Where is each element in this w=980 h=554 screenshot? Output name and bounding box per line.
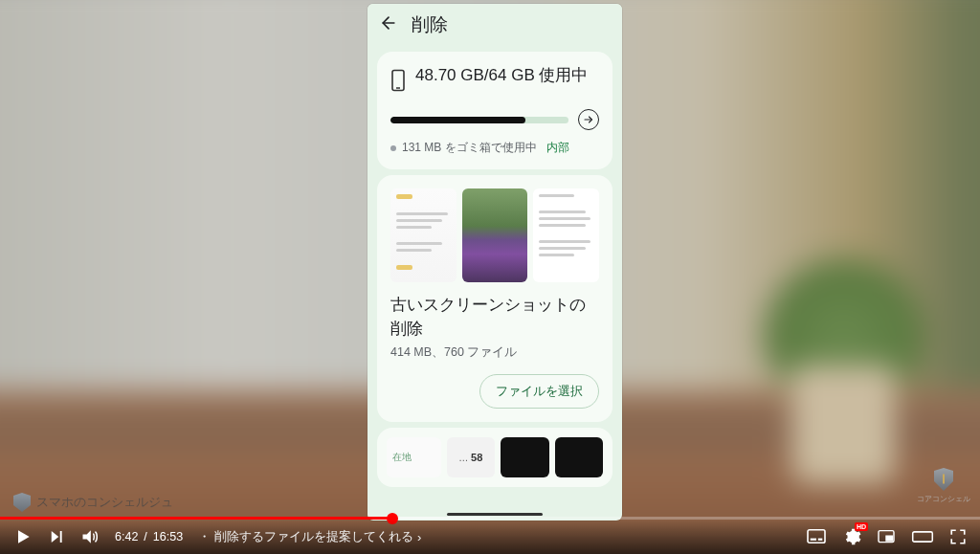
fullscreen-button[interactable]: [949, 528, 967, 545]
next-button[interactable]: [48, 528, 65, 545]
chevron-right-icon: ›: [417, 530, 421, 544]
bullet-icon: [390, 145, 396, 151]
back-arrow-icon[interactable]: [379, 13, 398, 37]
play-button[interactable]: [13, 527, 33, 546]
suggestion-title: 古いスクリーンショットの削除: [390, 294, 599, 341]
thumbnail: [390, 188, 457, 282]
duration: 16:53: [153, 530, 183, 543]
phone-header: 削除: [368, 4, 622, 46]
channel-watermark: スマホのコンシェルジュ: [13, 493, 173, 512]
chapter-title: 削除するファイルを提案してくれる: [214, 529, 413, 545]
secondary-card: 在地 … 58: [377, 428, 612, 487]
brand-watermark[interactable]: コアコンシェル: [917, 468, 970, 504]
timecode: 6:42 / 16:53: [115, 530, 183, 543]
svg-marker-5: [52, 531, 59, 543]
go-to-storage-icon[interactable]: [578, 109, 599, 130]
shield-icon: [934, 468, 953, 491]
storage-card: 48.70 GB/64 GB 使用中 131 MB をゴミ箱で使用中 内部: [377, 52, 612, 169]
thumbnail: [533, 188, 599, 282]
select-files-button[interactable]: ファイルを選択: [479, 374, 599, 409]
thumbnail: … 58: [447, 437, 496, 477]
thumbnail: [462, 188, 528, 282]
screenshot-thumbnails: [390, 188, 599, 282]
svg-marker-4: [18, 530, 30, 543]
trash-usage-text: 131 MB をゴミ箱で使用中: [402, 140, 537, 156]
shield-icon: [13, 493, 31, 512]
phone-screenshot: 削除 48.70 GB/64 GB 使用中 131 MB をゴミ箱で使用中 内部: [368, 4, 622, 521]
suggestion-card: 古いスクリーンショットの削除 414 MB、760 ファイル ファイルを選択: [377, 175, 612, 422]
subtitles-button[interactable]: [806, 528, 827, 545]
device-icon: [390, 69, 406, 96]
storage-usage-text: 48.70 GB/64 GB 使用中: [415, 65, 599, 86]
thumbnail: [501, 437, 549, 477]
trash-usage-line: 131 MB をゴミ箱で使用中 内部: [390, 140, 599, 156]
channel-name: スマホのコンシェルジュ: [36, 494, 173, 511]
volume-button[interactable]: [80, 527, 100, 546]
svg-rect-12: [886, 536, 892, 541]
settings-button[interactable]: HD: [842, 527, 861, 546]
svg-rect-8: [808, 530, 825, 543]
suggestion-subtitle: 414 MB、760 ファイル: [390, 344, 599, 361]
thumbnail: 在地: [387, 437, 441, 477]
trash-internal-link[interactable]: 内部: [546, 140, 569, 156]
brand-label: コアコンシェル: [917, 494, 970, 504]
miniplayer-button[interactable]: [877, 529, 896, 544]
svg-rect-6: [60, 531, 62, 543]
thumbnail: [555, 437, 604, 477]
storage-progressbar: [390, 117, 568, 123]
page-title: 削除: [412, 12, 448, 37]
hd-badge: HD: [855, 522, 868, 531]
video-controls: 6:42 / 16:53 ・ 削除するファイルを提案してくれる › HD: [0, 520, 980, 554]
theater-mode-button[interactable]: [911, 529, 934, 544]
chapter-label[interactable]: ・ 削除するファイルを提案してくれる ›: [198, 529, 421, 545]
svg-marker-7: [83, 530, 91, 543]
current-time: 6:42: [115, 530, 138, 543]
svg-rect-13: [913, 532, 933, 542]
